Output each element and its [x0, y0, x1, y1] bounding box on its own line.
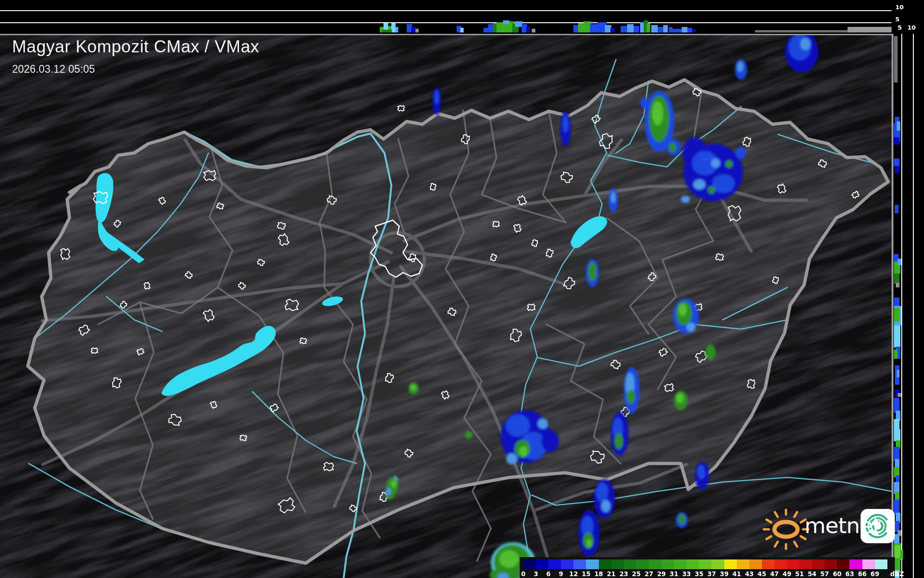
dbz-tick-label: 60 [833, 570, 842, 578]
metnet-logo[interactable]: metnet [762, 506, 901, 550]
radar-echo-cell [686, 323, 696, 332]
dbz-color-segment [561, 559, 573, 569]
dbz-tick-label: 49 [783, 570, 792, 578]
radar-echo-cell [506, 414, 530, 437]
dbz-color-segment [661, 559, 674, 569]
dbz-color-segment [686, 559, 699, 569]
top-axis-10km-label: 10 [895, 4, 904, 11]
dbz-tick-label: 9 [559, 570, 563, 578]
dbz-color-segment [573, 559, 586, 569]
dbz-tick-label: 47 [770, 570, 779, 578]
dbz-color-segment [824, 559, 837, 569]
dbz-color-segment [737, 559, 749, 569]
dbz-tick-label: 63 [845, 570, 854, 578]
top-strip-10km-line [0, 10, 892, 11]
dbz-color-segment [699, 559, 711, 569]
dbz-color-segment [649, 559, 661, 569]
radar-echo-cell [736, 147, 746, 159]
radar-echo-cell [499, 550, 519, 568]
top-cross-section-strip [0, 0, 892, 35]
radar-echo-cell [708, 186, 715, 194]
dbz-color-segment [787, 559, 799, 569]
dbz-color-segment [812, 559, 824, 569]
dbz-tick-label: 57 [820, 570, 829, 578]
radar-echo-cell [711, 159, 720, 168]
dbz-tick-label: 54 [808, 570, 817, 578]
dbz-tick-label: 31 [670, 570, 679, 578]
dbz-color-segment [536, 559, 548, 569]
radar-echo-cell [679, 304, 687, 316]
dbz-color-segment [523, 559, 536, 569]
radar-echo-cell [588, 262, 597, 281]
radar-echo-cell [681, 196, 690, 203]
dbz-color-segment [762, 559, 774, 569]
dbz-tick-label: 33 [682, 570, 691, 578]
dbz-color-segment [724, 559, 737, 569]
radar-echo-cell [563, 116, 568, 133]
radar-echo-cell [737, 62, 743, 72]
page-title: Magyar Kompozit CMax / VMax [12, 37, 259, 57]
radar-echo-cell [596, 483, 608, 502]
dbz-color-segment [849, 559, 862, 569]
radar-echo-cell [506, 453, 517, 464]
dbz-color-segment [711, 559, 724, 569]
dbz-tick-label: 18 [594, 570, 603, 578]
radar-echo-cell [652, 101, 663, 125]
dbz-color-segment [636, 559, 649, 569]
radar-map [0, 0, 924, 578]
dbz-tick-label: 15 [582, 570, 591, 578]
dbz-color-segment [837, 559, 849, 569]
dbz-tick-label: 39 [720, 570, 729, 578]
dbz-tick-label: 6 [547, 570, 551, 578]
dbz-color-segment [611, 559, 624, 569]
dbz-color-segment [749, 559, 762, 569]
dbz-color-segment [548, 559, 561, 569]
dbz-tick-label: 12 [569, 570, 578, 578]
sun-icon [764, 510, 808, 549]
radar-echo-cell [465, 431, 472, 439]
dbz-color-segment [799, 559, 812, 569]
radar-echo-cell [434, 90, 439, 104]
radar-echo-cell [712, 174, 735, 193]
radar-echo-cell [538, 419, 548, 429]
timestamp: 2026.03.12 05:05 [12, 63, 259, 76]
dbz-color-segment [599, 559, 611, 569]
radar-echo-cell [627, 390, 635, 404]
radar-echo-cell [391, 480, 396, 488]
right-strip-10km-line [913, 34, 914, 578]
radar-echo-cell [676, 393, 684, 403]
dbz-tick-label: 51 [795, 570, 804, 578]
dbz-color-segment [624, 559, 636, 569]
radar-echo-cell [611, 192, 616, 203]
dbz-tick-label: 25 [632, 570, 641, 578]
dbz-tick-label: 45 [758, 570, 767, 578]
radar-echo-cell [410, 384, 416, 391]
dbz-tick-label: 66 [858, 570, 867, 578]
top-axis-5km-label: 5 [895, 16, 899, 23]
dbz-tick-label: 21 [607, 570, 616, 578]
dbz-colorbar [523, 559, 887, 569]
radar-echo-cell [705, 344, 716, 360]
radar-echo-cell [669, 143, 676, 152]
dbz-tick-label: 37 [707, 570, 716, 578]
right-cross-section-strip [892, 34, 924, 578]
dbz-tick-label: 43 [745, 570, 754, 578]
radar-echo-cell [800, 38, 811, 50]
dbz-tick-label: 0 [521, 570, 525, 578]
metnet-brand-text: metnet [805, 513, 880, 538]
dbz-tick-label: 23 [619, 570, 628, 578]
axis-corner: 10 5 5 10 [892, 0, 924, 34]
dbz-legend: dBZ 036912151821232527293133353739414345… [520, 557, 895, 578]
dbz-tick-label: 69 [870, 570, 879, 578]
header: Magyar Kompozit CMax / VMax 2026.03.12 0… [12, 37, 259, 76]
dbz-color-segment [586, 559, 598, 569]
radar-echo-cell [615, 433, 623, 449]
dbz-tick-label: 3 [534, 570, 538, 578]
dbz-unit-label: dBZ [890, 570, 904, 578]
radar-echo-cell [385, 488, 391, 495]
dbz-tick-label: 35 [695, 570, 704, 578]
radar-echo-cell [725, 160, 733, 168]
right-strip-5km-line [901, 34, 902, 578]
dbz-color-segment [774, 559, 787, 569]
radar-echo-cell [698, 465, 705, 479]
